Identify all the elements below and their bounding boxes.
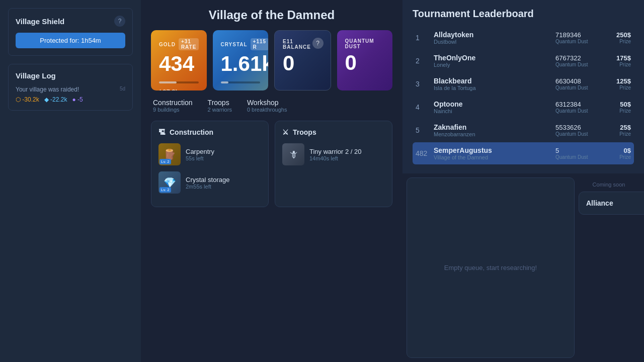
- stat-troops-label: Troops: [208, 99, 232, 107]
- lb-row-5[interactable]: 5 Zaknafien Menzobarranzen 5533626 Quant…: [413, 119, 634, 141]
- research-empty-text: Empty queue, start researching!: [444, 264, 537, 272]
- e11-value: 0: [283, 52, 323, 75]
- coming-soon-panel: Coming soon: [579, 173, 639, 188]
- crystal-storage-time: 2m55s left: [186, 184, 261, 190]
- lb-player-4: Optoone Nainchi: [434, 100, 555, 114]
- crystal-bar-fill: [221, 81, 229, 83]
- e11-help-icon[interactable]: ?: [312, 38, 324, 49]
- stat-construction-label: Construction: [153, 99, 193, 107]
- lb-player-1: Alldaytoken Dustbowl: [434, 31, 555, 45]
- crystal-storage-icon: 💎 Lv. 2: [158, 171, 181, 194]
- e11-card: E11 BALANCE 0 ?: [274, 30, 331, 90]
- tiny-warrior-icon: 🗡: [282, 143, 304, 165]
- tiny-warrior-name: Tiny warrior 2 / 20: [309, 148, 385, 155]
- alliance-section: Alliance: [579, 192, 644, 215]
- lb-rank-1: 1: [416, 34, 434, 42]
- lb-player-5: Zaknafien Menzobarranzen: [434, 123, 555, 137]
- coming-soon-text: Coming soon: [593, 182, 625, 188]
- crystal-card: CRYSTAL +115 R 1.61k: [213, 30, 269, 90]
- carpentry-icon: 🪵 Lv. 2: [158, 143, 181, 165]
- carpentry-name: Carpentry: [186, 148, 261, 155]
- lb-row-1[interactable]: 1 Alldaytoken Dustbowl 7189346 Quantum D…: [413, 27, 634, 49]
- log-time: 5d: [120, 86, 125, 92]
- lb-rank-482: 482: [416, 149, 434, 157]
- carpentry-time: 55s left: [186, 155, 261, 161]
- log-entry: Your village was raided! 5d: [16, 86, 125, 93]
- carpentry-item[interactable]: 🪵 Lv. 2 Carpentry 55s left: [158, 143, 261, 165]
- lb-row-4[interactable]: 4 Optoone Nainchi 6312384 Quantum Dust 5…: [413, 96, 634, 118]
- protected-button[interactable]: Protected for: 1h54m: [16, 33, 125, 48]
- main-content: Village of the Damned GOLD +31 RATE 434 …: [141, 0, 403, 362]
- lb-player-3: Blackbeard Isla de la Tortuga: [434, 77, 555, 91]
- gold-bar: [159, 81, 199, 83]
- lb-score-482: 5 Quantum Dust: [555, 147, 601, 160]
- leaderboard-table: 1 Alldaytoken Dustbowl 7189346 Quantum D…: [413, 27, 634, 164]
- stat-troops[interactable]: Troops 2 warriors: [208, 99, 232, 113]
- lb-prize-5: 25$ Prize: [601, 124, 631, 137]
- lb-score-3: 6630408 Quantum Dust: [555, 77, 601, 90]
- lb-score-2: 6767322 Quantum Dust: [555, 54, 601, 67]
- bottom-cards: 🏗 Construction 🪵 Lv. 2 Carpentry 55s lef…: [151, 121, 392, 207]
- bottom-right-panels: Empty queue, start researching! Coming s…: [403, 173, 644, 362]
- resource-cards: GOLD +31 RATE 434 / 97.3k CRYSTAL +115 R…: [151, 30, 392, 90]
- crystal-storage-name: Crystal storage: [186, 176, 261, 184]
- tiny-warrior-time: 14m40s left: [309, 155, 385, 161]
- tiny-warrior-info: Tiny warrior 2 / 20 14m40s left: [309, 148, 385, 161]
- lb-prize-1: 250$ Prize: [601, 31, 631, 44]
- stats-row: Construction 9 buildings Troops 2 warrio…: [151, 99, 392, 113]
- quantum-label: QUANTUM DUST: [345, 38, 385, 49]
- sidebar: Village Shield ? Protected for: 1h54m Vi…: [0, 0, 141, 362]
- crystal-storage-info: Crystal storage 2m55s left: [186, 176, 261, 190]
- crystal-rate: +115 R: [251, 38, 268, 50]
- quantum-card: QUANTUM DUST 0: [337, 30, 393, 90]
- shield-help-icon[interactable]: ?: [114, 16, 125, 27]
- lb-prize-482: 0$ Prize: [601, 147, 631, 160]
- research-panel: Empty queue, start researching!: [407, 177, 575, 358]
- stat-workshop-sub: 0 breakthroughs: [247, 107, 287, 113]
- lb-player-482: SemperAugustus Village of the Damned: [434, 146, 555, 160]
- crystal-storage-item[interactable]: 💎 Lv. 2 Crystal storage 2m55s left: [158, 171, 261, 194]
- gold-value: 434 / 97.3k: [159, 52, 199, 90]
- gold-card: GOLD +31 RATE 434 / 97.3k: [151, 30, 207, 90]
- lb-rank-3: 3: [416, 80, 434, 88]
- lb-row-3[interactable]: 3 Blackbeard Isla de la Tortuga 6630408 …: [413, 73, 634, 95]
- troops-card: ⚔ Troops 🗡 Tiny warrior 2 / 20 14m40s le…: [275, 121, 392, 207]
- leaderboard-section: Tournament Leaderboard 1 Alldaytoken Dus…: [403, 0, 644, 173]
- leaderboard-title: Tournament Leaderboard: [413, 8, 634, 20]
- construction-icon: 🏗: [158, 128, 166, 136]
- gold-label: GOLD +31 RATE: [159, 38, 199, 50]
- alliance-title: Alliance: [586, 199, 644, 207]
- village-shield-header: Village Shield ?: [16, 16, 125, 27]
- construction-card-title: 🏗 Construction: [158, 128, 261, 136]
- log-resources: ⬡ -30.2k ◆ -22.2k ● -5: [16, 96, 125, 103]
- lb-rank-4: 4: [416, 103, 434, 111]
- village-shield-card: Village Shield ? Protected for: 1h54m: [8, 8, 133, 56]
- quantum-value: 0: [345, 51, 385, 74]
- stat-construction[interactable]: Construction 9 buildings: [153, 99, 193, 113]
- log-gold-loss: ⬡ -30.2k: [16, 96, 39, 103]
- tiny-warrior-item[interactable]: 🗡 Tiny warrior 2 / 20 14m40s left: [282, 143, 385, 165]
- troops-card-title: ⚔ Troops: [282, 128, 385, 136]
- log-crystal-loss: ◆ -22.2k: [44, 96, 67, 103]
- stat-workshop[interactable]: Workshop 0 breakthroughs: [247, 99, 287, 113]
- lb-rank-2: 2: [416, 57, 434, 65]
- carpentry-info: Carpentry 55s left: [186, 148, 261, 161]
- lb-score-1: 7189346 Quantum Dust: [555, 31, 601, 44]
- lb-row-482[interactable]: 482 SemperAugustus Village of the Damned…: [413, 142, 634, 164]
- village-shield-title: Village Shield: [16, 17, 64, 26]
- stat-construction-sub: 9 buildings: [153, 107, 193, 113]
- crystal-label: CRYSTAL +115 R: [221, 38, 261, 50]
- log-entry-text: Your village was raided!: [16, 86, 79, 93]
- gold-bar-fill: [159, 81, 177, 83]
- village-log-title: Village Log: [16, 71, 125, 80]
- gold-max: / 97.3k: [159, 88, 179, 90]
- village-log-card: Village Log Your village was raided! 5d …: [8, 64, 133, 111]
- construction-card: 🏗 Construction 🪵 Lv. 2 Carpentry 55s lef…: [151, 121, 269, 207]
- lb-rank-5: 5: [416, 126, 434, 134]
- lb-player-2: TheOnlyOne Lonely: [434, 54, 555, 68]
- gold-rate: +31 RATE: [179, 38, 199, 50]
- right-panel: Tournament Leaderboard 1 Alldaytoken Dus…: [403, 0, 644, 362]
- lb-row-2[interactable]: 2 TheOnlyOne Lonely 6767322 Quantum Dust…: [413, 50, 634, 72]
- troops-icon-label: ⚔: [282, 128, 289, 136]
- lb-prize-4: 50$ Prize: [601, 101, 631, 114]
